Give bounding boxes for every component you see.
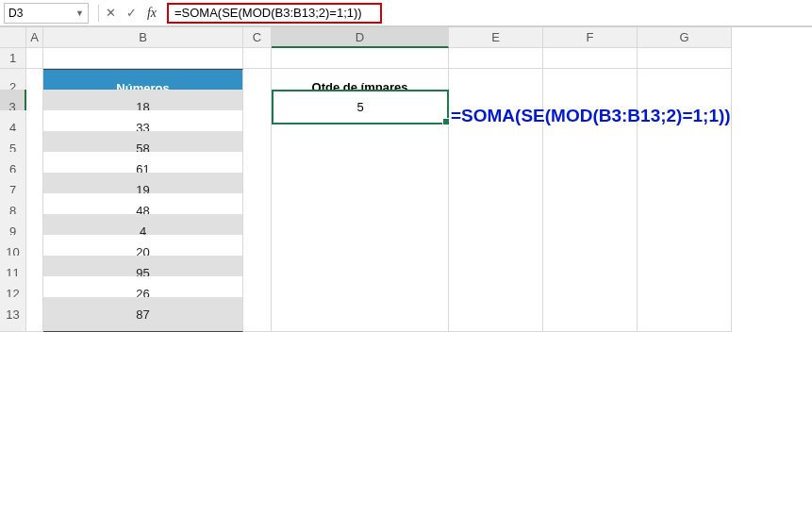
divider <box>98 5 99 22</box>
enter-icon[interactable]: ✓ <box>122 4 141 23</box>
cell-A1[interactable] <box>26 48 43 69</box>
cell-G13[interactable] <box>638 297 732 332</box>
row-header-1[interactable]: 1 <box>0 48 26 69</box>
cell-E1[interactable] <box>449 48 543 69</box>
cell-F1[interactable] <box>543 48 638 69</box>
cell-G1[interactable] <box>638 48 732 69</box>
cancel-icon[interactable]: ✕ <box>101 4 120 23</box>
name-box-value: D3 <box>8 7 23 20</box>
cell-C13[interactable] <box>243 297 272 332</box>
selected-cell[interactable]: 5 <box>272 90 449 124</box>
column-header-D[interactable]: D <box>272 27 449 48</box>
cell-D13[interactable] <box>272 297 449 332</box>
table-row[interactable]: 87 <box>43 297 243 332</box>
formula-annotation: =SOMA(SE(MOD(B3:B13;2)=1;1)) <box>451 106 731 126</box>
row-header-13[interactable]: 13 <box>0 297 26 332</box>
cell-A13[interactable] <box>26 297 43 332</box>
cell-D1[interactable] <box>272 48 449 69</box>
formula-input[interactable]: =SOMA(SE(MOD(B3:B13;2)=1;1)) <box>167 3 382 24</box>
cell-E13[interactable] <box>449 297 543 332</box>
spreadsheet-grid[interactable]: ABCDEFG12NúmerosQtde de ímpares318543355… <box>0 26 812 318</box>
cell-F13[interactable] <box>543 297 638 332</box>
column-header-G[interactable]: G <box>638 27 732 48</box>
column-header-E[interactable]: E <box>449 27 543 48</box>
column-header-C[interactable]: C <box>243 27 272 48</box>
column-header-B[interactable]: B <box>43 27 243 48</box>
cell-B1[interactable] <box>43 48 243 69</box>
cell-C1[interactable] <box>243 48 272 69</box>
column-header-A[interactable]: A <box>26 27 43 48</box>
fx-icon[interactable]: fx <box>142 4 161 23</box>
formula-bar-buttons: ✕ ✓ fx <box>101 4 161 23</box>
select-all-corner[interactable] <box>0 27 26 48</box>
formula-text: =SOMA(SE(MOD(B3:B13;2)=1;1)) <box>174 6 362 20</box>
column-header-F[interactable]: F <box>543 27 638 48</box>
formula-bar: D3 ▼ ✕ ✓ fx =SOMA(SE(MOD(B3:B13;2)=1;1)) <box>0 0 812 26</box>
name-box[interactable]: D3 ▼ <box>4 3 89 24</box>
chevron-down-icon: ▼ <box>75 8 84 18</box>
